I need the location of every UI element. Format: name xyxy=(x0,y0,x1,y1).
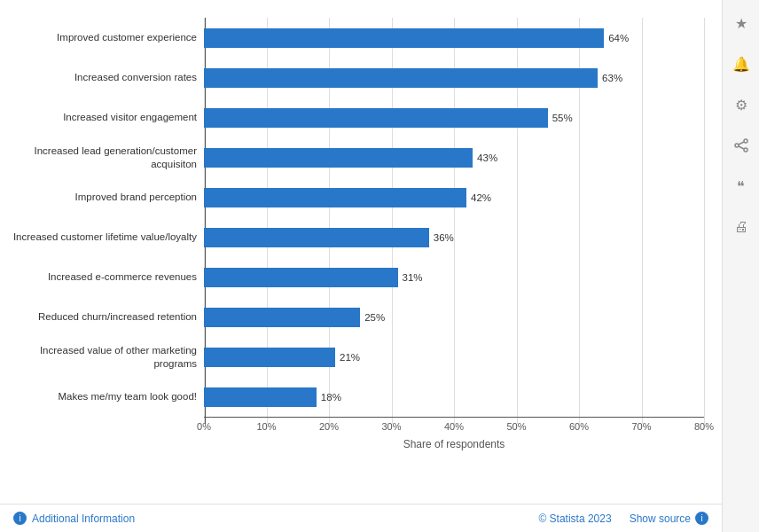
bar-fill: 64% xyxy=(204,28,604,48)
bar-label: Increased visitor engagement xyxy=(9,111,204,124)
x-tick: 10% xyxy=(256,421,276,432)
bar-value-label: 31% xyxy=(403,272,423,283)
bar-row: Makes me/my team look good!18% xyxy=(9,377,704,417)
bar-fill: 31% xyxy=(204,268,398,287)
svg-point-0 xyxy=(744,139,747,143)
grid-line xyxy=(704,18,705,424)
sidebar: ★ 🔔 ⚙ ❝ 🖨 xyxy=(722,0,759,532)
bar-fill: 36% xyxy=(204,228,429,247)
x-tick: 30% xyxy=(381,421,401,432)
bar-value-label: 42% xyxy=(471,192,491,203)
x-tick: 60% xyxy=(569,421,589,432)
bar-fill: 21% xyxy=(204,348,335,367)
bell-icon[interactable]: 🔔 xyxy=(729,51,754,76)
x-axis: 0%10%20%30%40%50%60%70%80% xyxy=(204,417,704,434)
svg-point-1 xyxy=(735,144,739,147)
x-tick: 20% xyxy=(319,421,339,432)
bar-label: Increased e-commerce revenues xyxy=(9,270,204,284)
gear-icon[interactable]: ⚙ xyxy=(729,92,754,117)
bar-label: Increased lead generation/customer acqui… xyxy=(9,145,204,171)
show-source-label: Show source xyxy=(630,512,691,525)
bar-fill: 43% xyxy=(204,148,473,168)
x-tick: 40% xyxy=(444,421,464,432)
bar-track: 25% xyxy=(204,308,704,327)
bar-track: 55% xyxy=(204,108,704,128)
chart-area: Improved customer experience64%Increased… xyxy=(0,9,722,504)
bar-label: Improved brand perception xyxy=(9,191,204,204)
bar-fill: 55% xyxy=(204,108,548,128)
additional-info-icon: i xyxy=(13,512,27,525)
bar-value-label: 43% xyxy=(477,153,497,163)
x-tick: 80% xyxy=(694,421,714,432)
bar-label: Reduced churn/increased retention xyxy=(9,310,204,324)
statista-credit: © Statista 2023 xyxy=(538,512,611,525)
show-source-icon: i xyxy=(695,512,708,525)
bar-value-label: 21% xyxy=(340,352,360,363)
additional-info-label: Additional Information xyxy=(32,512,135,525)
x-axis-label: Share of respondents xyxy=(204,438,704,450)
bar-track: 31% xyxy=(204,268,704,287)
bar-row: Increased conversion rates63% xyxy=(9,58,704,98)
share-icon[interactable] xyxy=(729,133,754,158)
bar-track: 42% xyxy=(204,188,704,207)
bar-row: Improved customer experience64% xyxy=(9,18,704,58)
bar-value-label: 36% xyxy=(434,232,454,243)
show-source-button[interactable]: Show source i xyxy=(630,512,708,525)
bar-label: Increased conversion rates xyxy=(9,71,204,84)
bar-track: 63% xyxy=(204,68,704,88)
bar-value-label: 64% xyxy=(608,33,629,43)
bar-row: Increased customer lifetime value/loyalt… xyxy=(9,217,704,257)
bar-label: Increased customer lifetime value/loyalt… xyxy=(9,231,204,244)
svg-point-2 xyxy=(744,148,747,152)
footer-right: © Statista 2023 Show source i xyxy=(538,512,708,525)
bar-value-label: 25% xyxy=(364,312,385,323)
x-tick: 0% xyxy=(197,421,211,432)
bar-fill: 18% xyxy=(204,387,317,407)
quote-icon[interactable]: ❝ xyxy=(729,174,754,199)
additional-info-button[interactable]: i Additional Information xyxy=(13,512,135,525)
footer: i Additional Information © Statista 2023… xyxy=(0,504,722,532)
bar-track: 64% xyxy=(204,28,704,48)
bar-value-label: 18% xyxy=(321,392,341,403)
x-tick: 70% xyxy=(631,421,651,432)
chart-container: Improved customer experience64%Increased… xyxy=(9,18,704,450)
bar-track: 18% xyxy=(204,387,704,407)
bar-fill: 42% xyxy=(204,188,466,207)
bar-label: Increased value of other marketing progr… xyxy=(9,344,204,371)
svg-line-4 xyxy=(739,146,744,149)
bar-track: 36% xyxy=(204,228,704,247)
bar-row: Increased lead generation/customer acqui… xyxy=(9,137,704,177)
bar-track: 43% xyxy=(204,148,704,168)
print-icon[interactable]: 🖨 xyxy=(729,215,754,239)
bar-track: 21% xyxy=(204,348,704,367)
bar-row: Reduced churn/increased retention25% xyxy=(9,297,704,337)
bar-value-label: 63% xyxy=(602,73,622,83)
bar-fill: 25% xyxy=(204,308,360,327)
x-tick: 50% xyxy=(506,421,526,432)
bar-fill: 63% xyxy=(204,68,598,88)
bar-row: Increased value of other marketing progr… xyxy=(9,337,704,377)
bar-label: Improved customer experience xyxy=(9,31,204,44)
svg-line-3 xyxy=(739,142,744,145)
bar-row: Increased e-commerce revenues31% xyxy=(9,257,704,297)
bars-section: Improved customer experience64%Increased… xyxy=(9,18,704,417)
bar-label: Makes me/my team look good! xyxy=(9,390,204,403)
main-content: Improved customer experience64%Increased… xyxy=(0,0,722,532)
bar-row: Increased visitor engagement55% xyxy=(9,98,704,137)
star-icon[interactable]: ★ xyxy=(729,11,754,35)
bar-value-label: 55% xyxy=(552,113,573,123)
bar-row: Improved brand perception42% xyxy=(9,177,704,217)
